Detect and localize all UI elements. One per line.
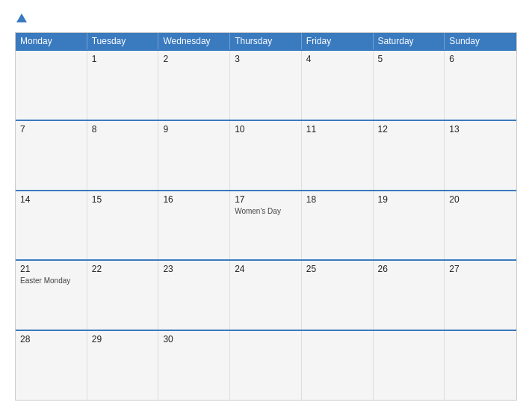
logo-triangle-icon [16, 13, 27, 22]
calendar-cell: 16 [158, 191, 230, 260]
calendar: MondayTuesdayWednesdayThursdayFridaySatu… [15, 32, 517, 401]
calendar-header-cell: Wednesday [158, 33, 230, 49]
day-number: 7 [20, 124, 25, 135]
calendar-cell: 19 [374, 191, 445, 260]
calendar-header-cell: Tuesday [87, 33, 159, 49]
logo-text [15, 13, 27, 25]
calendar-cell: 2 [158, 51, 230, 120]
calendar-header-cell: Saturday [374, 33, 445, 49]
calendar-cell [230, 331, 302, 400]
day-number: 12 [378, 124, 388, 135]
calendar-cell: 25 [302, 261, 374, 330]
calendar-cell [302, 331, 374, 400]
calendar-cell: 30 [158, 331, 230, 400]
calendar-header-cell: Thursday [230, 33, 302, 49]
calendar-week-2: 78910111213 [16, 120, 516, 190]
day-number: 16 [163, 194, 173, 205]
calendar-week-3: 14151617Women's Day181920 [16, 190, 516, 260]
calendar-cell: 11 [302, 121, 374, 190]
day-number: 29 [92, 334, 102, 344]
day-number: 30 [163, 334, 173, 344]
calendar-cell: 23 [158, 261, 230, 330]
calendar-cell [374, 331, 445, 400]
day-number: 17 [235, 194, 244, 205]
calendar-cell: 1 [87, 51, 159, 120]
day-event: Easter Monday [20, 276, 70, 285]
day-number: 20 [449, 194, 459, 205]
day-number: 8 [92, 124, 97, 135]
calendar-cell: 15 [87, 191, 159, 260]
calendar-body: 1234567891011121314151617Women's Day1819… [16, 49, 516, 400]
calendar-cell: 24 [230, 261, 302, 330]
day-number: 26 [378, 264, 388, 274]
day-number: 19 [378, 194, 388, 205]
calendar-cell: 26 [374, 261, 445, 330]
calendar-week-4: 21Easter Monday222324252627 [16, 259, 516, 330]
day-number: 27 [449, 264, 459, 274]
calendar-week-5: 282930 [16, 330, 516, 400]
calendar-cell: 28 [16, 331, 87, 400]
calendar-cell: 6 [445, 51, 516, 120]
day-number: 14 [20, 194, 30, 205]
calendar-week-1: 123456 [16, 49, 516, 120]
day-number: 23 [163, 264, 173, 274]
calendar-header-row: MondayTuesdayWednesdayThursdayFridaySatu… [16, 33, 516, 49]
day-number: 5 [378, 54, 383, 64]
calendar-cell: 12 [374, 121, 445, 190]
calendar-header-cell: Friday [302, 33, 374, 49]
day-number: 24 [235, 264, 244, 274]
calendar-cell: 27 [445, 261, 516, 330]
calendar-cell: 14 [16, 191, 87, 260]
calendar-cell: 13 [445, 121, 516, 190]
calendar-cell: 21Easter Monday [16, 261, 87, 330]
calendar-header-cell: Monday [16, 33, 87, 49]
day-number: 4 [306, 54, 312, 64]
day-number: 25 [306, 264, 316, 274]
day-number: 10 [235, 124, 244, 135]
calendar-cell [445, 331, 516, 400]
calendar-cell: 5 [374, 51, 445, 120]
calendar-cell: 29 [87, 331, 159, 400]
day-number: 22 [92, 264, 102, 274]
day-number: 6 [449, 54, 454, 64]
day-number: 18 [306, 194, 316, 205]
calendar-header-cell: Sunday [445, 33, 516, 49]
calendar-cell: 20 [445, 191, 516, 260]
day-number: 1 [92, 54, 97, 64]
day-number: 11 [306, 124, 316, 135]
calendar-cell: 7 [16, 121, 87, 190]
day-number: 15 [92, 194, 102, 205]
page: MondayTuesdayWednesdayThursdayFridaySatu… [0, 0, 532, 411]
calendar-cell: 18 [302, 191, 374, 260]
day-number: 9 [163, 124, 168, 135]
day-number: 2 [163, 54, 168, 64]
calendar-cell [16, 51, 87, 120]
calendar-cell: 9 [158, 121, 230, 190]
calendar-cell: 4 [302, 51, 374, 120]
day-event: Women's Day [235, 206, 281, 216]
logo [15, 13, 27, 25]
calendar-cell: 22 [87, 261, 159, 330]
day-number: 28 [20, 334, 30, 344]
day-number: 13 [449, 124, 459, 135]
day-number: 3 [235, 54, 240, 64]
calendar-cell: 10 [230, 121, 302, 190]
calendar-cell: 3 [230, 51, 302, 120]
calendar-cell: 8 [87, 121, 159, 190]
header [15, 13, 517, 25]
day-number: 21 [20, 264, 30, 274]
calendar-cell: 17Women's Day [230, 191, 302, 260]
